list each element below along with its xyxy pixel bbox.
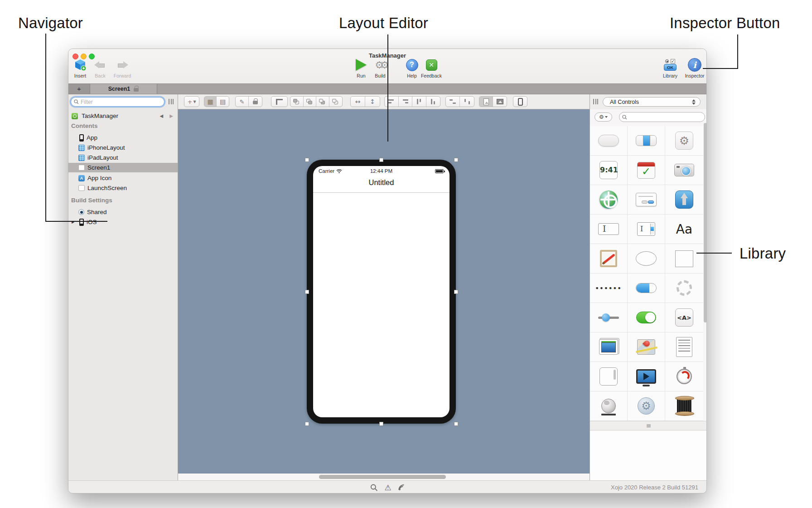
arrange-bring-forward-button[interactable]: [316, 97, 329, 107]
library-scrollbar-thumb[interactable]: [704, 123, 707, 322]
arrange-bring-front-button[interactable]: [329, 97, 342, 107]
status-search-icon[interactable]: [370, 484, 377, 491]
nav-item-ipadlayout[interactable]: iPadLayout: [68, 153, 178, 162]
list-view-button[interactable]: ▤: [217, 97, 229, 107]
project-row[interactable]: TaskManager ◀ ▶: [68, 111, 178, 121]
selection-handle-w[interactable]: [305, 290, 309, 294]
library-item-activity-spinner[interactable]: [665, 274, 703, 303]
library-item-message-dialog[interactable]: [628, 185, 665, 215]
align-top-button[interactable]: [412, 97, 426, 107]
grid-view-button[interactable]: ▦: [204, 97, 217, 107]
library-search-field[interactable]: [619, 112, 705, 122]
library-item-text-field[interactable]: I: [590, 215, 628, 244]
navigator-columns-icon[interactable]: [169, 99, 174, 104]
device-preview-button[interactable]: [513, 96, 527, 107]
scrollbar-thumb[interactable]: [319, 475, 446, 479]
library-item-date-time-picker[interactable]: 9:41: [590, 156, 628, 185]
library-category-dropdown[interactable]: All Controls: [603, 97, 701, 107]
selection-handle-se[interactable]: [454, 422, 458, 426]
history-back-icon[interactable]: ◀: [160, 113, 164, 118]
align-right-button[interactable]: [399, 97, 413, 107]
library-toolbar-button[interactable]: ✓ OK Library: [657, 57, 683, 78]
selection-handle-sw[interactable]: [305, 422, 309, 426]
selection-handle-nw[interactable]: [305, 158, 309, 162]
nav-item-iphonelayout[interactable]: iPhoneLayout: [68, 143, 178, 152]
tab-screen1[interactable]: Screen1: [90, 84, 157, 94]
library-item-password[interactable]: ••••••: [590, 274, 628, 303]
library-resize-handle[interactable]: ≡: [590, 421, 707, 430]
insert-button-label: Insert: [68, 73, 92, 78]
library-item-switch[interactable]: [628, 303, 665, 332]
portrait-mode-button[interactable]: [479, 97, 493, 107]
add-tab-button[interactable]: +: [68, 84, 90, 94]
lock-button[interactable]: [249, 97, 262, 107]
library-item-slider[interactable]: [590, 303, 628, 332]
align-left-button[interactable]: [385, 97, 399, 107]
ruler-guides-button[interactable]: [271, 96, 288, 107]
nav-item-appicon[interactable]: A App Icon: [68, 173, 178, 183]
nav-item-ios[interactable]: ▶ iOS: [68, 217, 178, 227]
align-bottom-button[interactable]: [426, 97, 440, 107]
resize-vertical-button[interactable]: ↕: [365, 97, 380, 107]
library-settings-button[interactable]: ⚙: [594, 112, 612, 122]
landscape-mode-button[interactable]: [493, 97, 507, 107]
selection-handle-e[interactable]: [454, 290, 458, 294]
library-item-progress-bar[interactable]: [628, 274, 665, 303]
arrange-send-back-button[interactable]: [290, 97, 304, 107]
library-item-thread[interactable]: [665, 391, 703, 421]
history-forward-icon[interactable]: ▶: [169, 113, 173, 118]
insert-button[interactable]: Insert: [68, 57, 92, 78]
library-item-canvas[interactable]: [590, 244, 628, 274]
library-search-input[interactable]: [629, 114, 705, 120]
library-item-scrollable-area[interactable]: [590, 362, 628, 391]
selection-handle-s[interactable]: [379, 422, 383, 426]
button-control-icon: [598, 135, 619, 147]
arrange-send-backward-button[interactable]: [304, 97, 317, 107]
library-item-settings-gear[interactable]: ⚙: [665, 126, 703, 156]
library-item-network[interactable]: [590, 391, 628, 421]
library-columns-icon[interactable]: [593, 99, 598, 104]
space-vertically-button[interactable]: [460, 97, 474, 107]
insert-control-menu-button[interactable]: +▼: [184, 96, 199, 107]
library-item-location[interactable]: [590, 185, 628, 215]
library-item-button[interactable]: [590, 126, 628, 156]
pencil-edit-button[interactable]: ✎: [236, 97, 249, 107]
selection-handle-n[interactable]: [379, 158, 383, 162]
nav-item-app[interactable]: App: [68, 133, 178, 142]
back-button[interactable]: Back: [89, 57, 111, 78]
nav-item-screen1-selected[interactable]: Screen1: [68, 163, 178, 172]
library-item-share[interactable]: [665, 185, 703, 215]
library-item-segmented-control[interactable]: [628, 126, 665, 156]
html-viewer-icon: <A>: [675, 308, 693, 327]
library-item-image-viewer[interactable]: [590, 332, 628, 362]
library-item-calendar[interactable]: ✓: [628, 156, 665, 185]
library-item-map-viewer[interactable]: [628, 332, 665, 362]
library-item-rectangle[interactable]: [665, 244, 703, 274]
forward-button[interactable]: Forward: [110, 57, 135, 78]
library-item-text-area[interactable]: I: [628, 215, 665, 244]
space-horizontally-button[interactable]: [446, 97, 460, 107]
status-warning-icon[interactable]: ⚠: [384, 483, 391, 492]
library-item-popup-menu[interactable]: [665, 332, 703, 362]
selection-handle-ne[interactable]: [454, 158, 458, 162]
status-feed-icon[interactable]: [398, 484, 406, 491]
filter-field[interactable]: [71, 97, 164, 107]
library-item-movie-player[interactable]: [628, 362, 665, 391]
library-item-camera[interactable]: [665, 156, 703, 185]
iphone-layout-mockup[interactable]: Carrier 12:44 PM Untitled: [307, 160, 456, 424]
nav-item-launchscreen[interactable]: LaunchScreen: [68, 183, 178, 193]
horizontal-scrollbar[interactable]: [178, 474, 590, 480]
library-item-html-viewer[interactable]: <A>: [665, 303, 703, 332]
resize-horizontal-button[interactable]: ↔: [351, 97, 365, 107]
layout-editor-canvas[interactable]: Carrier 12:44 PM Untitled: [178, 109, 590, 474]
feedback-button[interactable]: ✕ Feedback: [417, 57, 445, 78]
search-icon: [622, 115, 627, 120]
library-item-label[interactable]: Aa: [665, 215, 703, 244]
build-button[interactable]: ⚙⚙ Build: [367, 57, 393, 78]
filter-input[interactable]: [81, 99, 164, 105]
library-item-oval[interactable]: [628, 244, 665, 274]
nav-item-shared[interactable]: Shared: [68, 207, 178, 217]
library-item-system[interactable]: ⚙: [628, 391, 665, 421]
phone-screen[interactable]: Carrier 12:44 PM Untitled: [313, 166, 450, 417]
library-item-timer[interactable]: [665, 362, 703, 391]
